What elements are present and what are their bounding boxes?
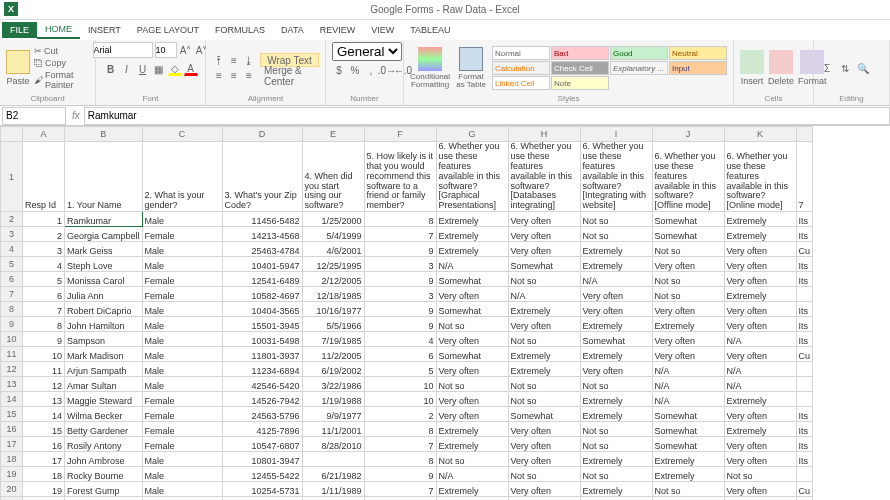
tab-file[interactable]: FILE (2, 22, 37, 38)
font-name-input[interactable] (93, 42, 153, 58)
cell-C12[interactable]: Male (142, 362, 222, 377)
align-middle-button[interactable]: ≡ (227, 54, 241, 68)
cell-G1[interactable]: 6. Whether you use these features availa… (436, 142, 508, 212)
cell-I13[interactable]: Not so (580, 377, 652, 392)
row-header-6[interactable]: 6 (1, 272, 23, 287)
cell-I7[interactable]: Very often (580, 287, 652, 302)
cell-E12[interactable]: 6/19/2002 (302, 362, 364, 377)
cell-H1[interactable]: 6. Whether you use these features availa… (508, 142, 580, 212)
number-format-select[interactable]: General (332, 42, 402, 61)
cell-L8[interactable]: Its (796, 302, 813, 317)
cell-H18[interactable]: Very often (508, 452, 580, 467)
cell-B13[interactable]: Amar Sultan (65, 377, 143, 392)
cell-A1[interactable]: Resp Id (23, 142, 65, 212)
cell-K12[interactable]: N/A (724, 362, 796, 377)
col-header-K[interactable]: K (724, 127, 796, 142)
cell-B20[interactable]: Forest Gump (65, 482, 143, 497)
cell-C6[interactable]: Female (142, 272, 222, 287)
cell-D13[interactable]: 42546-5420 (222, 377, 302, 392)
cell-D10[interactable]: 10031-5498 (222, 332, 302, 347)
cell-G17[interactable]: Extremely (436, 437, 508, 452)
cell-F18[interactable]: 8 (364, 452, 436, 467)
cell-H7[interactable]: N/A (508, 287, 580, 302)
cell-K8[interactable]: Very often (724, 302, 796, 317)
cell-G4[interactable]: Extremely (436, 242, 508, 257)
col-header-F[interactable]: F (364, 127, 436, 142)
paste-button[interactable]: Paste (6, 50, 30, 86)
cell-A18[interactable]: 17 (23, 452, 65, 467)
cell-I5[interactable]: Extremely (580, 257, 652, 272)
cell-L10[interactable]: Its (796, 332, 813, 347)
cell-F9[interactable]: 9 (364, 317, 436, 332)
cell-A6[interactable]: 5 (23, 272, 65, 287)
cell-D14[interactable]: 14526-7942 (222, 392, 302, 407)
sort-filter-button[interactable]: ⇅ (838, 61, 852, 75)
cell-styles-gallery[interactable]: NormalBadGoodNeutralCalculationCheck Cel… (492, 46, 727, 90)
cell-C9[interactable]: Male (142, 317, 222, 332)
cell-L19[interactable] (796, 467, 813, 482)
cell-K2[interactable]: Extremely (724, 212, 796, 227)
cell-F12[interactable]: 5 (364, 362, 436, 377)
cell-A10[interactable]: 9 (23, 332, 65, 347)
cell-G7[interactable]: Very often (436, 287, 508, 302)
font-size-input[interactable] (155, 42, 177, 58)
cell-B6[interactable]: Monissa Carol (65, 272, 143, 287)
cell-F8[interactable]: 9 (364, 302, 436, 317)
cell-K13[interactable]: N/A (724, 377, 796, 392)
cell-L5[interactable]: Its (796, 257, 813, 272)
cut-button[interactable]: ✂Cut (34, 46, 58, 56)
align-center-button[interactable]: ≡ (227, 69, 241, 83)
cell-E9[interactable]: 5/5/1966 (302, 317, 364, 332)
cell-H12[interactable]: Extremely (508, 362, 580, 377)
row-header-19[interactable]: 19 (1, 467, 23, 482)
tab-formulas[interactable]: FORMULAS (207, 22, 273, 38)
cell-K7[interactable]: Extremely (724, 287, 796, 302)
cell-F7[interactable]: 3 (364, 287, 436, 302)
bold-button[interactable]: B (104, 62, 118, 76)
cell-A15[interactable]: 14 (23, 407, 65, 422)
cell-style-neutral[interactable]: Neutral (669, 46, 727, 60)
cell-G14[interactable]: Very often (436, 392, 508, 407)
underline-button[interactable]: U (136, 62, 150, 76)
cell-A8[interactable]: 7 (23, 302, 65, 317)
row-header-1[interactable]: 1 (1, 142, 23, 212)
cell-I8[interactable]: Very often (580, 302, 652, 317)
cell-C1[interactable]: 2. What is your gender? (142, 142, 222, 212)
border-button[interactable]: ▦ (152, 62, 166, 76)
align-bottom-button[interactable]: ⭳ (242, 54, 256, 68)
cell-H11[interactable]: Extremely (508, 347, 580, 362)
align-left-button[interactable]: ≡ (212, 69, 226, 83)
cell-G3[interactable]: Extremely (436, 227, 508, 242)
cell-J10[interactable]: Very often (652, 332, 724, 347)
cell-C8[interactable]: Male (142, 302, 222, 317)
col-header-C[interactable]: C (142, 127, 222, 142)
cell-A11[interactable]: 10 (23, 347, 65, 362)
cell-F10[interactable]: 4 (364, 332, 436, 347)
cell-D8[interactable]: 10404-3565 (222, 302, 302, 317)
col-header-J[interactable]: J (652, 127, 724, 142)
col-header-B[interactable]: B (65, 127, 143, 142)
col-header-A[interactable]: A (23, 127, 65, 142)
cell-K11[interactable]: Very often (724, 347, 796, 362)
cell-C16[interactable]: Female (142, 422, 222, 437)
cell-K5[interactable]: Very often (724, 257, 796, 272)
row-header-4[interactable]: 4 (1, 242, 23, 257)
cell-style-note[interactable]: Note (551, 76, 609, 90)
spreadsheet-grid[interactable]: ABCDEFGHIJK1Resp Id1. Your Name2. What i… (0, 126, 890, 500)
cell-H20[interactable]: Very often (508, 482, 580, 497)
cell-F20[interactable]: 7 (364, 482, 436, 497)
cell-G18[interactable]: Not so (436, 452, 508, 467)
cell-D20[interactable]: 10254-5731 (222, 482, 302, 497)
cell-L6[interactable]: Its (796, 272, 813, 287)
cell-A19[interactable]: 18 (23, 467, 65, 482)
cell-A14[interactable]: 13 (23, 392, 65, 407)
cell-I14[interactable]: Extremely (580, 392, 652, 407)
autosum-button[interactable]: Σ (820, 61, 834, 75)
cell-D3[interactable]: 14213-4568 (222, 227, 302, 242)
cell-A17[interactable]: 16 (23, 437, 65, 452)
cell-I18[interactable]: Extremely (580, 452, 652, 467)
cell-J4[interactable]: Not so (652, 242, 724, 257)
cell-E5[interactable]: 12/25/1995 (302, 257, 364, 272)
cell-B8[interactable]: Robert DiCaprio (65, 302, 143, 317)
row-header-13[interactable]: 13 (1, 377, 23, 392)
